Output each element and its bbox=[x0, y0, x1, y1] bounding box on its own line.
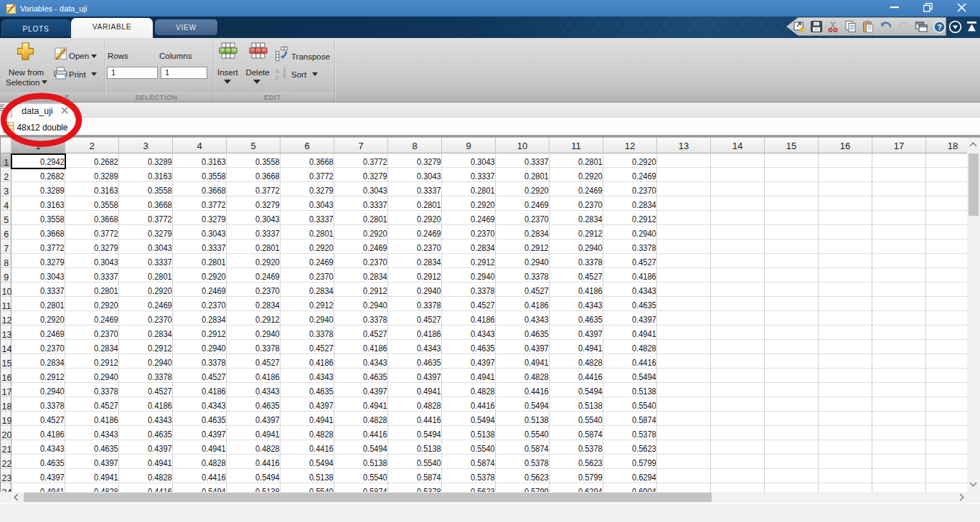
svg-text:z: z bbox=[275, 73, 279, 81]
svg-text:?: ? bbox=[937, 22, 942, 31]
